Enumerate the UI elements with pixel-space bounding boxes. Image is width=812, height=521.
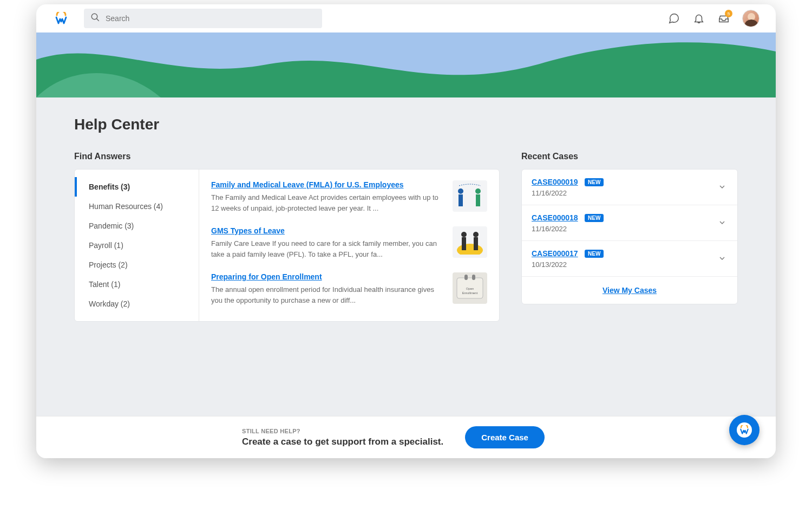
case-date: 10/13/2022 [532,260,711,269]
svg-rect-10 [474,237,478,250]
notifications-icon[interactable] [692,12,705,25]
topbar-actions: 5 [667,10,759,27]
hero-banner [36,32,776,97]
cases-card: CASE000019 NEW 11/16/2022 CASE000018 NEW… [521,169,738,304]
article-item: Preparing for Open Enrollment The annual… [211,272,487,305]
bottom-bar: STILL NEED HELP? Create a case to get su… [36,416,776,458]
search-box[interactable] [84,9,322,28]
svg-point-7 [457,244,483,255]
bottom-kicker: STILL NEED HELP? [242,428,443,434]
case-link[interactable]: CASE000019 [532,178,578,186]
svg-rect-14 [472,275,475,280]
article-thumb [453,180,487,212]
svg-point-11 [473,232,479,237]
category-workday[interactable]: Workday (2) [75,294,199,314]
article-desc: Family Care Leave If you need to care fo… [211,238,442,259]
case-row[interactable]: CASE000017 NEW 10/13/2022 [522,241,737,277]
svg-rect-8 [462,237,466,250]
search-icon [90,12,100,24]
case-date: 11/16/2022 [532,225,711,233]
search-input[interactable] [106,14,316,23]
case-link[interactable]: CASE000018 [532,213,578,222]
svg-text:Open: Open [466,287,474,290]
svg-text:Enrollment: Enrollment [462,291,478,295]
article-link[interactable]: Preparing for Open Enrollment [211,272,442,281]
help-fab[interactable] [729,415,759,445]
svg-rect-3 [459,194,463,206]
article-link[interactable]: GMS Types of Leave [211,226,442,235]
article-item: Family and Medical Leave (FMLA) for U.S.… [211,180,487,213]
inbox-icon[interactable]: 5 [717,12,730,25]
workday-logo[interactable] [55,12,68,25]
svg-point-5 [458,188,463,194]
category-payroll[interactable]: Payroll (1) [75,236,199,255]
recent-cases-heading: Recent Cases [521,152,738,161]
case-date: 11/16/2022 [532,189,711,197]
chevron-down-icon[interactable] [718,254,728,264]
view-my-cases-link[interactable]: View My Cases [603,286,657,295]
svg-rect-4 [476,194,480,206]
inbox-badge: 5 [725,10,732,17]
new-badge: NEW [585,178,604,186]
new-badge: NEW [585,214,604,222]
bottom-title: Create a case to get support from a spec… [242,437,443,447]
article-item: GMS Types of Leave Family Care Leave If … [211,226,487,259]
category-pandemic[interactable]: Pandemic (3) [75,216,199,236]
case-row[interactable]: CASE000019 NEW 11/16/2022 [522,170,737,205]
category-list: Benefits (3) Human Resources (4) Pandemi… [75,170,199,321]
avatar[interactable] [742,10,759,27]
article-desc: The Family and Medical Leave Act provide… [211,192,442,213]
svg-point-6 [475,188,481,194]
category-talent[interactable]: Talent (1) [75,275,199,294]
topbar: 5 [36,4,776,32]
create-case-button[interactable]: Create Case [465,426,545,448]
svg-rect-13 [464,275,468,280]
page-title: Help Center [74,116,738,133]
new-badge: NEW [585,250,604,258]
article-list: Family and Medical Leave (FMLA) for U.S.… [199,170,499,321]
svg-line-1 [96,18,99,21]
find-answers-heading: Find Answers [74,152,500,161]
answers-card: Benefits (3) Human Resources (4) Pandemi… [74,169,500,322]
article-thumb [453,226,487,258]
chevron-down-icon[interactable] [718,218,728,228]
chevron-down-icon[interactable] [718,183,728,192]
case-link[interactable]: CASE000017 [532,249,578,258]
category-projects[interactable]: Projects (2) [75,255,199,275]
article-desc: The annual open enrollment period for In… [211,284,442,305]
svg-point-0 [91,14,97,19]
article-thumb: OpenEnrollment [453,272,487,304]
category-benefits[interactable]: Benefits (3) [75,177,199,197]
article-link[interactable]: Family and Medical Leave (FMLA) for U.S.… [211,180,442,189]
svg-point-9 [461,232,467,237]
chat-icon[interactable] [667,12,680,25]
category-human-resources[interactable]: Human Resources (4) [75,197,199,216]
case-row[interactable]: CASE000018 NEW 11/16/2022 [522,205,737,241]
workday-icon [737,422,752,438]
